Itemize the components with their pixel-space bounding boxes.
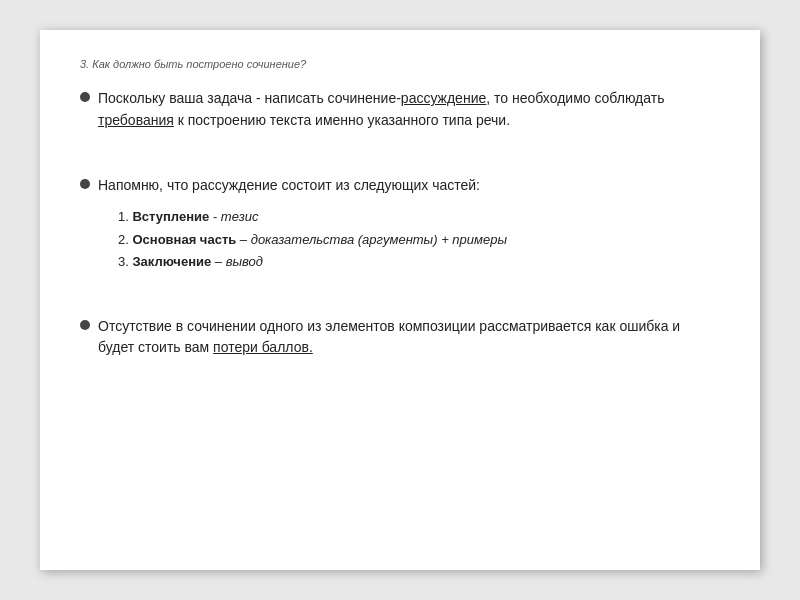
bullet-text-3: Отсутствие в сочинении одного из элемент… [98,316,720,359]
slide-title: 3. Как должно быть построено сочинение? [80,58,720,70]
spacer-1 [80,149,720,157]
bullet-text-2: Напомню, что рассуждение состоит из след… [98,175,507,271]
list-item-1-rest: - тезис [209,209,258,224]
bullet-section-3: Отсутствие в сочинении одного из элемент… [80,316,720,359]
bullet-section-1: Поскольку ваша задача - написать сочинен… [80,88,720,131]
list-item-2-number: 2. [118,232,132,247]
bullet1-underline2: требования [98,112,174,128]
bullet-dot-1 [80,92,90,102]
list-item-1-bold: Вступление [132,209,209,224]
spacer-2 [80,290,720,298]
list-item-1: 1. Вступление - тезис [118,207,507,227]
bullet-dot-3 [80,320,90,330]
list-item-3-bold: Заключение [132,254,211,269]
list-item-3: 3. Заключение – вывод [118,252,507,272]
list-item-3-number: 3. [118,254,132,269]
content-area: Поскольку ваша задача - написать сочинен… [80,88,720,542]
list-item-3-rest: – вывод [211,254,263,269]
bullet3-underline: потери баллов. [213,339,313,355]
list-item-2-bold: Основная часть [132,232,236,247]
bullet-text-1: Поскольку ваша задача - написать сочинен… [98,88,720,131]
list-item-2-rest: – доказательства (аргументы) + примеры [236,232,507,247]
bullet-section-2: Напомню, что рассуждение состоит из след… [80,175,720,271]
bullet1-underline1: рассуждение [401,90,486,106]
bullet-dot-2 [80,179,90,189]
list-item-1-number: 1. [118,209,132,224]
slide: 3. Как должно быть построено сочинение? … [40,30,760,570]
bullet2-text: Напомню, что рассуждение состоит из след… [98,177,480,193]
numbered-list: 1. Вступление - тезис 2. Основная часть … [118,207,507,272]
bullet3-text-start: Отсутствие в сочинении одного из элемент… [98,318,680,356]
bullet1-text-start: Поскольку ваша задача - написать сочинен… [98,90,664,128]
list-item-2: 2. Основная часть – доказательства (аргу… [118,230,507,250]
